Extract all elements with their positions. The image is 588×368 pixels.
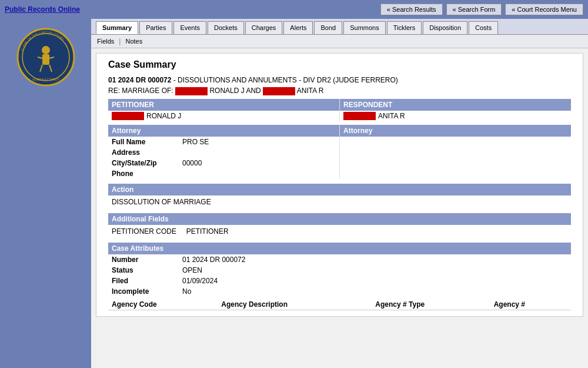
incomplete-label: Incomplete [108,286,179,297]
top-bar: Public Records Online « Search Results «… [0,0,588,19]
agency-header-row: Agency Code Agency Description Agency # … [108,299,571,310]
search-form-button[interactable]: « Search Form [446,4,502,15]
tab-disposition[interactable]: Disposition [423,21,467,34]
sub-tab-row: Fields | Notes [91,35,588,48]
respondent-redacted [343,112,376,120]
action-header: Action [108,184,571,195]
case-desc: - DISSOLUTIONS AND ANNULMENTS - DIV DR2 … [171,76,397,84]
citystate-value: 00000 [179,158,339,168]
phone-label: Phone [108,168,179,179]
respondent-name: ANITA R [340,111,571,121]
filed-row: Filed 01/09/2024 [108,276,571,286]
petitioner-name: RONALD J [108,111,339,121]
agency-code-col: Agency Code [108,299,218,310]
case-content: Case Summary 01 2024 DR 000072 - DISSOLU… [96,53,583,317]
tab-alerts[interactable]: Alerts [283,21,313,34]
subtab-notes[interactable]: Notes [125,38,142,45]
svg-text:ALACHUA COUNTY: ALACHUA COUNTY [32,78,60,81]
agency-desc-col: Agency Description [218,299,372,310]
attorney-row: Attorney Full Name PRO SE Address City/S… [108,125,571,179]
citystate-label: City/State/Zip [108,158,179,168]
case-attributes-header: Case Attributes [108,243,571,254]
petitioner-code-value: PETITIONER [186,227,229,236]
tab-events[interactable]: Events [173,21,206,34]
agency-table: Agency Code Agency Description Agency # … [108,299,571,310]
respondent-col: RESPONDENT ANITA R [340,99,571,121]
sidebar: CLERK OF THE CIRCUIT COURT ALACHUA COUNT… [0,19,91,368]
address-value [179,147,339,158]
search-results-button[interactable]: « Search Results [380,4,443,15]
court-seal-logo: CLERK OF THE CIRCUIT COURT ALACHUA COUNT… [16,28,75,87]
tab-ticklers[interactable]: Ticklers [387,21,422,34]
petitioner-info-table: Full Name PRO SE Address City/State/Zip … [108,137,339,179]
address-label: Address [108,147,179,158]
petitioner-code-label: PETITIONER CODE [112,227,176,236]
parties-row: PETITIONER RONALD J RESPONDENT ANITA R [108,99,571,121]
petitioner-attorney-col: Attorney Full Name PRO SE Address City/S… [108,125,340,179]
citystate-row: City/State/Zip 00000 [108,158,339,168]
case-title: Case Summary [108,59,571,70]
action-value: DISSOLUTION OF MARRIAGE [108,195,571,208]
petitioner-header: PETITIONER [108,99,339,111]
filed-label: Filed [108,276,179,286]
number-attr-value: 01 2024 DR 000072 [179,254,571,265]
additional-fields-content: PETITIONER CODE PETITIONER [108,225,571,238]
case-attributes-table: Number 01 2024 DR 000072 Status OPEN Fil… [108,254,571,297]
tab-bond[interactable]: Bond [314,21,342,34]
case-number-line: 01 2024 DR 000072 - DISSOLUTIONS AND ANN… [108,76,571,84]
respondent-header: RESPONDENT [340,99,571,111]
incomplete-row: Incomplete No [108,286,571,297]
tab-summons[interactable]: Summons [343,21,386,34]
tab-parties[interactable]: Parties [139,21,172,34]
tab-summary[interactable]: Summary [96,21,138,34]
address-row: Address [108,147,339,158]
content-area: Summary Parties Events Dockets Charges A… [91,19,588,368]
re-line: RE: MARRIAGE OF: RONALD J AND ANITA R [108,87,571,95]
court-records-menu-button[interactable]: « Court Records Menu [505,4,583,15]
agency-num-type-col: Agency # Type [372,299,490,310]
agency-num-col: Agency # [490,299,571,310]
status-label: Status [108,265,179,276]
case-number: 01 2024 DR 000072 [108,76,171,84]
petitioner-col: PETITIONER RONALD J [108,99,340,121]
fullname-value: PRO SE [179,137,339,147]
fullname-row: Full Name PRO SE [108,137,339,147]
redacted-name2 [263,87,295,95]
respondent-attorney-header: Attorney [340,125,571,137]
redacted-name1 [175,87,208,95]
phone-value [179,168,339,179]
filed-value: 01/09/2024 [179,276,571,286]
fullname-label: Full Name [108,137,179,147]
tab-costs[interactable]: Costs [469,21,498,34]
subtab-fields[interactable]: Fields [97,38,114,45]
respondent-attorney-col: Attorney [340,125,571,179]
tab-charges[interactable]: Charges [245,21,283,34]
tab-row: Summary Parties Events Dockets Charges A… [91,19,588,35]
number-attr-label: Number [108,254,179,265]
additional-fields-header: Additional Fields [108,213,571,225]
svg-rect-4 [42,54,49,65]
public-records-link[interactable]: Public Records Online [5,5,80,14]
petitioner-attorney-header: Attorney [108,125,339,137]
sub-tab-separator: | [119,37,121,45]
status-row: Status OPEN [108,265,571,276]
status-value: OPEN [179,265,571,276]
petitioner-redacted [112,112,144,120]
number-attr-row: Number 01 2024 DR 000072 [108,254,571,265]
incomplete-value: No [179,286,571,297]
main-layout: CLERK OF THE CIRCUIT COURT ALACHUA COUNT… [0,19,588,368]
phone-row: Phone [108,168,339,179]
tab-dockets[interactable]: Dockets [208,21,244,34]
svg-point-3 [42,46,50,54]
